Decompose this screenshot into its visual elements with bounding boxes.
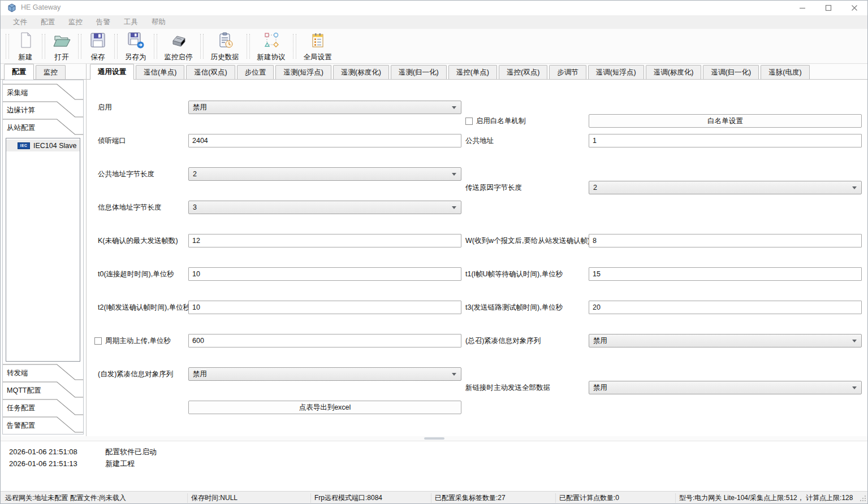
menu-item-tools[interactable]: 工具 <box>117 15 145 29</box>
t3-label: t3(发送链路测试帧时间),单位秒 <box>465 301 589 314</box>
toolbar-grip <box>42 34 45 59</box>
tab-yt-normalized[interactable]: 遥调(归一化) <box>703 65 759 79</box>
toolbar: 新建 打开 保存 另存为 监控启停 历史数据 新建协议 <box>1 29 867 64</box>
interrogation-compact-dropdown[interactable]: 禁用 <box>589 334 862 347</box>
status-calc-count: 已配置计算点数量:0 <box>559 492 619 504</box>
log-message: 配置软件已启动 <box>105 446 157 458</box>
tab-monitor[interactable]: 监控 <box>36 65 66 79</box>
sidebar-section-slave-config[interactable]: 从站配置 <box>3 119 83 136</box>
history-data-icon <box>216 31 234 51</box>
toolbar-grip <box>154 34 157 59</box>
enable-label: 启用 <box>98 101 188 114</box>
periodic-upload-checkbox[interactable] <box>94 337 102 345</box>
t0-input[interactable]: 10 <box>188 267 461 281</box>
menu-bar: 文件 配置 监控 告警 工具 帮助 <box>1 15 867 29</box>
t0-label: t0(连接超时时间),单位秒 <box>98 267 188 281</box>
sidebar-section-task[interactable]: 任务配置 <box>3 399 83 416</box>
open-button[interactable]: 打开 <box>48 29 75 63</box>
cot-length-dropdown[interactable]: 2 <box>589 181 862 194</box>
window-title: HE Gateway <box>21 3 61 11</box>
sidebar-section-forwarder[interactable]: 转发端 <box>3 364 83 381</box>
periodic-upload-row: 周期主动上传,单位秒 <box>94 334 188 347</box>
log-message: 新建工程 <box>105 458 135 470</box>
whitelist-checkbox-label: 启用白名单机制 <box>476 114 526 128</box>
status-gateway: 远程网关:地址未配置 配置文件:尚未载入 <box>5 492 126 504</box>
export-excel-button[interactable]: 点表导出到excel <box>188 401 461 414</box>
menu-item-monitor[interactable]: 监控 <box>62 15 89 29</box>
tab-general-settings[interactable]: 通用设置 <box>90 64 134 80</box>
status-divider <box>431 493 431 503</box>
close-button[interactable] <box>841 1 867 15</box>
global-settings-button[interactable]: 全局设置 <box>299 29 336 63</box>
ioa-length-dropdown[interactable]: 3 <box>188 201 461 214</box>
status-save-time: 保存时间:NULL <box>191 492 237 504</box>
sidebar-section-collector[interactable]: 采集端 <box>3 84 83 101</box>
monitor-icon <box>170 31 188 51</box>
common-address-input[interactable]: 1 <box>589 134 862 147</box>
t1-input[interactable]: 15 <box>589 267 862 281</box>
iec-icon: IEC <box>18 142 30 149</box>
tab-step-adjust[interactable]: 步调节 <box>549 65 586 79</box>
tab-config[interactable]: 配置 <box>4 64 34 80</box>
menu-item-config[interactable]: 配置 <box>34 15 62 29</box>
tab-yk-single[interactable]: 遥控(单点) <box>448 65 497 79</box>
tab-yc-float[interactable]: 遥测(短浮点) <box>275 65 331 79</box>
horizontal-splitter[interactable] <box>1 436 867 441</box>
tab-yc-normalized[interactable]: 遥测(归一化) <box>391 65 447 79</box>
resize-grip-icon[interactable] <box>860 495 866 503</box>
common-address-length-dropdown[interactable]: 2 <box>188 167 461 181</box>
listen-port-input[interactable]: 2404 <box>188 134 461 147</box>
general-settings-form: 启用 禁用 启用白名单机制 白名单设置 侦听端口 2404 公共地址 1 <box>87 80 867 436</box>
maximize-button[interactable] <box>815 1 841 15</box>
global-settings-icon <box>309 31 327 51</box>
sidebar-section-edge-computing[interactable]: 边缘计算 <box>3 101 83 119</box>
chevron-down-icon <box>452 206 456 209</box>
t2-label: t2(I帧发送确认帧时间),单位秒 <box>98 301 188 314</box>
toolbar-grip <box>78 34 81 59</box>
enable-dropdown[interactable]: 禁用 <box>188 101 461 114</box>
common-address-label: 公共地址 <box>465 134 589 147</box>
status-bar: 远程网关:地址未配置 配置文件:尚未载入 保存时间:NULL Frp远程模式端口… <box>1 491 867 504</box>
tab-yx-single[interactable]: 遥信(单点) <box>136 65 184 79</box>
whitelist-settings-button[interactable]: 白名单设置 <box>589 114 862 128</box>
tab-yc-scaled[interactable]: 遥测(标度化) <box>333 65 389 79</box>
sidebar-section-mqtt[interactable]: MQTT配置 <box>3 381 83 399</box>
spontaneous-compact-dropdown[interactable]: 禁用 <box>188 367 461 381</box>
whitelist-checkbox-row: 启用白名单机制 <box>465 114 589 128</box>
chevron-down-icon <box>852 386 857 389</box>
menu-item-file[interactable]: 文件 <box>6 15 34 29</box>
k-input[interactable]: 12 <box>188 234 461 247</box>
tab-step-position[interactable]: 步位置 <box>237 65 274 79</box>
sidebar-section-alarm[interactable]: 告警配置 <box>3 416 83 434</box>
sidebar-item-iec104-slave[interactable]: IEC IEC104 Slave <box>6 140 80 151</box>
save-button[interactable]: 保存 <box>84 29 111 63</box>
tab-yt-float[interactable]: 遥调(短浮点) <box>588 65 644 79</box>
save-as-button[interactable]: 另存为 <box>120 29 151 63</box>
t3-input[interactable]: 20 <box>589 301 862 314</box>
main-tab-row: 通用设置 遥信(单点) 遥信(双点) 步位置 遥测(短浮点) 遥测(标度化) 遥… <box>87 64 867 80</box>
tab-yx-double[interactable]: 遥信(双点) <box>186 65 235 79</box>
newlink-send-all-dropdown[interactable]: 禁用 <box>589 381 862 394</box>
new-button[interactable]: 新建 <box>12 29 39 63</box>
toolbar-grip <box>200 34 204 59</box>
t2-input[interactable]: 10 <box>188 301 461 314</box>
tab-yk-double[interactable]: 遥控(双点) <box>499 65 547 79</box>
log-panel: 2026-01-06 21:51:08 配置软件已启动 2026-01-06 2… <box>1 441 867 491</box>
status-divider <box>675 493 676 503</box>
new-protocol-button[interactable]: 新建协议 <box>253 29 290 63</box>
monitor-toggle-button[interactable]: 监控启停 <box>160 29 197 63</box>
cot-length-label: 传送原因字节长度 <box>465 181 589 194</box>
periodic-upload-label: 周期主动上传,单位秒 <box>105 334 171 347</box>
log-entry: 2026-01-06 21:51:13 新建工程 <box>9 458 867 470</box>
menu-item-help[interactable]: 帮助 <box>145 15 172 29</box>
periodic-upload-input[interactable]: 600 <box>188 334 461 347</box>
tab-yt-scaled[interactable]: 遥调(标度化) <box>646 65 702 79</box>
tab-ym-energy[interactable]: 遥脉(电度) <box>761 65 809 79</box>
workspace: 配置 监控 采集端 边缘计算 从站配置 IEC <box>1 64 867 436</box>
minimize-button[interactable] <box>789 1 815 15</box>
whitelist-checkbox[interactable] <box>465 118 473 125</box>
w-input[interactable]: 8 <box>589 234 862 247</box>
menu-item-alarm[interactable]: 告警 <box>89 15 117 29</box>
history-data-button[interactable]: 历史数据 <box>206 29 244 63</box>
status-divider <box>310 493 311 503</box>
